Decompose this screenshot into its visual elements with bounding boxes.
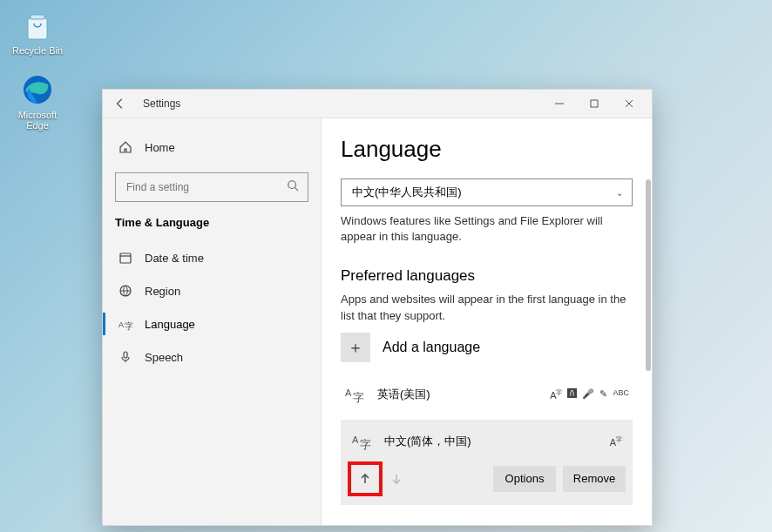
- display-language-icon: A字: [610, 435, 622, 448]
- search-icon: [287, 179, 299, 195]
- edge-icon: [19, 71, 56, 108]
- sidebar-item-language[interactable]: A字 Language: [103, 307, 321, 340]
- chevron-down-icon: ⌄: [616, 188, 623, 198]
- search-box[interactable]: [115, 172, 308, 202]
- scrollbar-thumb[interactable]: [646, 179, 651, 371]
- preferred-languages-heading: Preferred languages: [341, 267, 633, 285]
- recycle-bin-label: Recycle Bin: [7, 45, 68, 56]
- svg-text:字: 字: [353, 391, 364, 404]
- svg-text:A: A: [345, 387, 352, 398]
- svg-rect-4: [591, 100, 598, 107]
- language-row-chinese-selected[interactable]: A字 中文(简体，中国) A字: [341, 420, 633, 505]
- sidebar-item-date-time[interactable]: Date & time: [103, 241, 321, 274]
- titlebar: Settings: [103, 90, 652, 118]
- sidebar-item-region[interactable]: Region: [103, 274, 321, 307]
- search-input[interactable]: [125, 180, 287, 194]
- language-icon: A字: [119, 317, 132, 331]
- display-language-value: 中文(中华人民共和国): [352, 185, 462, 200]
- sidebar-item-label: Region: [145, 285, 180, 298]
- edge-label: Microsoft Edge: [7, 110, 68, 131]
- svg-text:A: A: [119, 320, 124, 329]
- minimize-button[interactable]: [542, 91, 577, 116]
- language-name: 英语(美国): [377, 387, 539, 402]
- options-button[interactable]: Options: [493, 466, 556, 492]
- svg-line-6: [295, 188, 299, 192]
- settings-window: Settings Home Time &: [102, 89, 653, 526]
- move-up-button[interactable]: [351, 465, 379, 493]
- speech-recognition-icon: 🎤: [582, 388, 594, 401]
- language-feature-icons: A字 🅰 🎤 ✎ ABC: [550, 388, 629, 401]
- svg-rect-0: [28, 18, 47, 39]
- sidebar-item-label: Language: [145, 318, 195, 331]
- recycle-bin-icon: [19, 7, 56, 44]
- spellcheck-icon: ABC: [613, 388, 629, 401]
- language-feature-icons: A字: [610, 435, 622, 448]
- edge-desktop-icon[interactable]: Microsoft Edge: [7, 71, 68, 131]
- main-panel: Language 中文(中华人民共和国) ⌄ Windows features …: [322, 118, 652, 525]
- close-button[interactable]: [612, 91, 647, 116]
- svg-text:A: A: [352, 434, 359, 445]
- language-glyph-icon: A字: [351, 430, 374, 453]
- language-row-english[interactable]: A字 英语(美国) A字 🅰 🎤 ✎ ABC: [341, 378, 633, 411]
- tutorial-highlight-box: [348, 461, 383, 496]
- page-title: Language: [341, 136, 633, 163]
- language-glyph-icon: A字: [344, 383, 367, 406]
- svg-text:字: 字: [360, 438, 371, 451]
- sidebar-item-label: Date & time: [145, 252, 204, 265]
- window-title: Settings: [143, 98, 180, 110]
- globe-icon: [119, 284, 132, 298]
- display-language-icon: A字: [550, 388, 562, 401]
- display-language-description: Windows features like Settings and File …: [341, 213, 633, 245]
- move-down-button: [383, 465, 410, 493]
- maximize-button[interactable]: [577, 91, 612, 116]
- svg-point-5: [288, 181, 296, 189]
- sidebar-item-speech[interactable]: Speech: [103, 340, 321, 374]
- text-to-speech-icon: 🅰: [567, 388, 577, 401]
- calendar-icon: [119, 251, 132, 265]
- sidebar: Home Time & Language Date & time Reg: [103, 118, 322, 525]
- remove-button[interactable]: Remove: [563, 466, 626, 492]
- sidebar-home-label: Home: [145, 141, 175, 154]
- back-button[interactable]: [110, 93, 131, 114]
- handwriting-icon: ✎: [599, 388, 607, 401]
- recycle-bin-desktop-icon[interactable]: Recycle Bin: [7, 7, 68, 56]
- svg-rect-7: [120, 253, 131, 263]
- add-language-label: Add a language: [383, 340, 480, 355]
- preferred-languages-description: Apps and websites will appear in the fir…: [341, 292, 633, 323]
- sidebar-subhead: Time & Language: [103, 211, 321, 241]
- home-icon: [119, 140, 132, 154]
- sidebar-item-label: Speech: [145, 351, 183, 364]
- svg-text:字: 字: [125, 321, 132, 331]
- windows-display-language-dropdown[interactable]: 中文(中华人民共和国) ⌄: [341, 178, 633, 206]
- add-language-button[interactable]: ＋ Add a language: [341, 333, 633, 362]
- plus-icon: ＋: [341, 333, 370, 362]
- language-name: 中文(简体，中国): [384, 434, 599, 449]
- svg-rect-12: [124, 352, 127, 358]
- svg-rect-1: [30, 15, 44, 19]
- microphone-icon: [119, 350, 132, 364]
- sidebar-home[interactable]: Home: [103, 131, 321, 164]
- scrollbar-track[interactable]: [646, 118, 651, 524]
